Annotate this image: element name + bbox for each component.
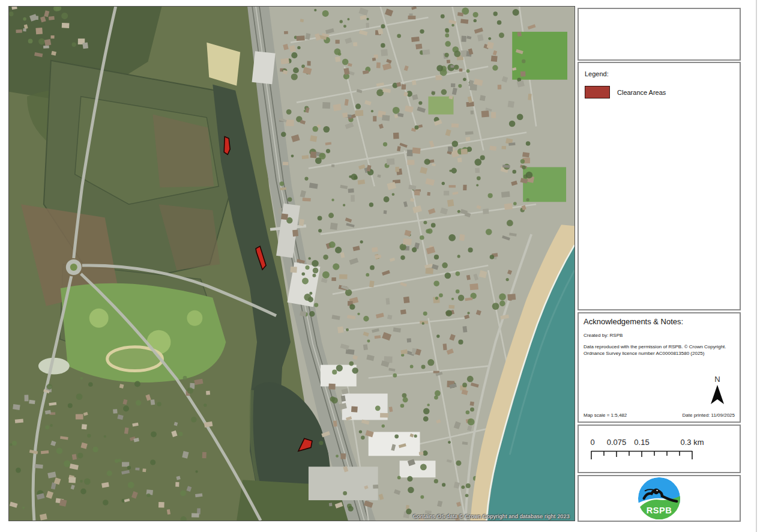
acknowledgements-heading: Acknowledgements & Notes: <box>584 317 735 326</box>
legend-box: Legend: Clearance Areas <box>578 62 741 310</box>
scalebar-label-0: 0 <box>590 438 594 447</box>
rspb-logo: RSPB <box>637 476 681 521</box>
map-scale-text: Map scale = 1:5,482 <box>584 413 627 418</box>
map-canvas: Contains OS data © Crown Copyright and d… <box>8 6 575 521</box>
acknowledgements-box: Acknowledgements & Notes: Created by: RS… <box>578 312 741 423</box>
north-arrow: N <box>708 375 726 407</box>
clearance-area-polygon <box>224 136 230 154</box>
title-box <box>578 8 741 61</box>
page-edge-line <box>756 0 757 532</box>
legend-item-label: Clearance Areas <box>617 89 666 96</box>
map-copyright-text: Contains OS data © Crown Copyright and d… <box>413 513 570 519</box>
clearance-areas-swatch <box>585 86 610 98</box>
created-by-text: Created by: RSPB <box>584 332 735 339</box>
scalebar-label-075: 0.075 <box>607 438 627 447</box>
legend-item-clearance-areas: Clearance Areas <box>585 86 734 98</box>
date-printed-text: Date printed: 11/09/2025 <box>683 413 735 418</box>
scalebar: 0 0.075 0.15 0.3 km <box>591 438 729 469</box>
print-layout-page: Contains OS data © Crown Copyright and d… <box>0 0 760 532</box>
scalebar-ticks <box>591 450 696 461</box>
north-label: N <box>708 375 726 384</box>
scalebar-box: 0 0.075 0.15 0.3 km <box>578 425 741 473</box>
aerial-imagery <box>9 7 575 521</box>
attribution-text: Data reproduced with the permission of R… <box>584 343 734 357</box>
logo-box: RSPB <box>578 475 741 522</box>
scalebar-label-3km: 0.3 km <box>680 438 704 447</box>
scalebar-label-15: 0.15 <box>634 438 649 447</box>
north-arrow-icon <box>710 384 725 405</box>
rspb-logo-text: RSPB <box>647 506 672 515</box>
legend-heading: Legend: <box>585 70 734 77</box>
